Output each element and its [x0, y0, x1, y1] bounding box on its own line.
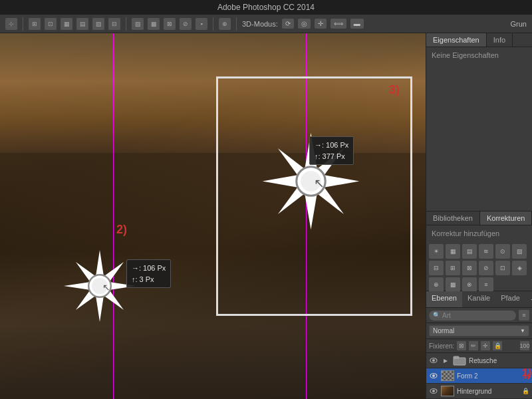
svg-rect-10: [454, 358, 466, 365]
corrections-section: Bibliotheken Korrekturen Korrektur hinzu…: [426, 211, 532, 291]
layers-tabs: Ebenen Kanäle Pfade +: [426, 291, 532, 308]
svg-text:↖: ↖: [102, 282, 110, 293]
fixieren-label: Fixieren:: [429, 342, 454, 350]
section-3-label: 3): [389, 83, 400, 97]
3d-icon-4[interactable]: ⟺: [331, 19, 346, 29]
layer-background[interactable]: Hintergrund 🔒: [426, 384, 532, 399]
tool-icon-4[interactable]: ▤: [76, 18, 88, 30]
tool-icon-9[interactable]: ⊠: [164, 18, 176, 30]
invert-icon[interactable]: ⊕: [429, 277, 444, 292]
tooltip3-line2: ↑: 377 Px: [315, 152, 345, 160]
tab-kanaele[interactable]: Kanäle: [462, 291, 495, 307]
3d-icon-5[interactable]: ▬: [350, 19, 364, 29]
toolbar-sep-2: [126, 17, 126, 31]
form2-visibility[interactable]: [429, 371, 438, 380]
channelmixer-icon[interactable]: ⊡: [495, 261, 510, 275]
search-icon: 🔍: [433, 312, 440, 319]
tooltip2-line1: →: 106 Px: [132, 264, 166, 272]
toolbar-sep-3: [213, 17, 213, 31]
lock-pixel-icon[interactable]: ✏: [469, 341, 478, 350]
lock-position-icon[interactable]: ⊠: [457, 341, 466, 350]
move-tool-icon[interactable]: ⊹: [5, 18, 17, 30]
tool-icon-5[interactable]: ▧: [92, 18, 104, 30]
tab-korrekturen[interactable]: Korrekturen: [480, 211, 532, 225]
layer-form2[interactable]: Form 2 1): [426, 368, 532, 384]
blend-mode-row: Normal ▼: [426, 323, 532, 339]
tool-icon-3[interactable]: ▦: [61, 18, 72, 30]
tab-bibliotheken[interactable]: Bibliotheken: [426, 211, 480, 225]
exposure-icon[interactable]: ⊙: [495, 244, 510, 259]
tool-icon-11[interactable]: ▪: [196, 18, 207, 30]
tab-ebenen[interactable]: Ebenen: [426, 291, 462, 307]
fixieren-row: Fixieren: ⊠ ✏ ✛ 🔒 100: [426, 339, 532, 353]
hue-icon[interactable]: ⊟: [429, 261, 444, 275]
3d-icon-1[interactable]: ⟳: [282, 19, 294, 29]
form2-thumb: [441, 370, 454, 381]
canvas-area[interactable]: 2) 3) ↖ →: 106 Px ↑: 3 Px: [0, 33, 426, 399]
3d-icon-2[interactable]: ◎: [298, 19, 311, 29]
tab-info[interactable]: Info: [487, 33, 513, 47]
gradient-icon[interactable]: ≡: [479, 277, 493, 292]
curves-icon[interactable]: ≋: [479, 244, 493, 259]
retusche-expand[interactable]: ▶: [441, 356, 450, 365]
properties-content: Keine Eigenschaften: [426, 47, 532, 63]
photofilter-icon[interactable]: ⊘: [479, 261, 493, 275]
corrections-icons: ☀ ▦ ▤ ≋ ⊙ ▧ ⊟ ⊞ ⊠ ⊘ ⊡ ◈ ⊕ ▩ ⊗ ≡: [426, 241, 532, 295]
blend-mode-value: Normal: [433, 327, 454, 334]
colorbalance-icon[interactable]: ⊞: [446, 261, 460, 275]
corrections-title-text: Korrektur hinzufügen: [432, 229, 499, 237]
contrast-icon[interactable]: ▦: [446, 244, 460, 259]
threshold-icon[interactable]: ⊗: [462, 277, 477, 292]
new-layer-button[interactable]: +: [525, 291, 532, 307]
background-name: Hintergrund: [457, 388, 519, 395]
tab-eigenschaften[interactable]: Eigenschaften: [426, 33, 487, 47]
corrections-title: Korrektur hinzufügen: [426, 225, 532, 241]
tool-icon-6[interactable]: ⊟: [108, 18, 120, 30]
blend-mode-chevron: ▼: [520, 328, 525, 334]
toolbar: ⊹ ⊞ ⊡ ▦ ▤ ▧ ⊟ ▨ ▩ ⊠ ⊘ ▪ ⊕ 3D-Modus: ⟳ ◎ …: [0, 15, 532, 33]
title-bar: Adobe Photoshop CC 2014: [0, 0, 532, 15]
guide-line-1: [113, 33, 114, 399]
tooltip3-line1: →: 106 Px: [315, 141, 348, 149]
properties-tabs: Eigenschaften Info: [426, 33, 532, 47]
toolbar-3d-label: 3D-Modus:: [242, 20, 278, 28]
layer-search-bar[interactable]: 🔍 Art: [429, 311, 516, 321]
layer-options-icon[interactable]: ≡: [519, 310, 529, 321]
blend-mode-select[interactable]: Normal ▼: [429, 325, 529, 336]
layer-retusche[interactable]: ▶ Retusche: [426, 353, 532, 368]
app-title: Adobe Photoshop CC 2014: [217, 3, 315, 12]
brightness-icon[interactable]: ☀: [429, 244, 444, 259]
tool-icon-8[interactable]: ▩: [148, 18, 160, 30]
section-1-label: 1): [522, 367, 531, 379]
tooltip-3: →: 106 Px ↑: 377 Px: [309, 136, 354, 165]
svg-point-15: [432, 390, 435, 392]
opacity-icon[interactable]: 100: [520, 341, 529, 350]
tab-pfade[interactable]: Pfade: [495, 291, 525, 307]
grn-label: Grun: [511, 20, 527, 28]
tool-icon-10[interactable]: ⊘: [180, 18, 192, 30]
svg-point-9: [432, 359, 435, 362]
posterize-icon[interactable]: ▩: [446, 277, 460, 292]
tooltip2-line2: ↑: 3 Px: [132, 275, 154, 283]
form2-name: Form 2: [457, 372, 521, 380]
tool-icon-1[interactable]: ⊞: [29, 18, 41, 30]
retusche-visibility[interactable]: [429, 356, 438, 365]
tool-icon-2[interactable]: ⊡: [45, 18, 57, 30]
blackwhite-icon[interactable]: ⊠: [462, 261, 477, 275]
no-properties-text: Keine Eigenschaften: [432, 51, 499, 59]
vibrance-icon[interactable]: ▧: [512, 244, 527, 259]
background-visibility[interactable]: [429, 386, 438, 396]
svg-point-13: [432, 374, 435, 377]
retusche-name: Retusche: [469, 357, 529, 364]
colorlookup-icon[interactable]: ◈: [512, 261, 527, 275]
corrections-tabs: Bibliotheken Korrekturen: [426, 211, 532, 225]
levels-icon[interactable]: ▤: [462, 244, 477, 259]
search-text: Art: [442, 312, 451, 319]
lock-all-icon[interactable]: 🔒: [493, 341, 502, 350]
lock-move-icon[interactable]: ✛: [481, 341, 490, 350]
3d-icon-3[interactable]: ✛: [315, 19, 327, 29]
tool-icon-7[interactable]: ▨: [132, 18, 144, 30]
tool-icon-12[interactable]: ⊕: [219, 18, 231, 30]
tooltip-2: →: 106 Px ↑: 3 Px: [126, 259, 171, 288]
properties-section: Eigenschaften Info Keine Eigenschaften: [426, 33, 532, 211]
